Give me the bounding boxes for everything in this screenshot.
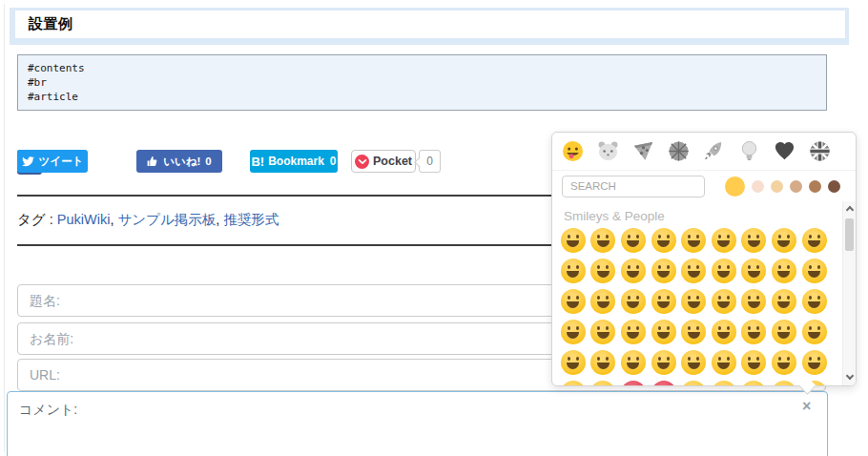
- close-icon[interactable]: ×: [802, 398, 811, 415]
- category-symbols-icon[interactable]: [773, 140, 796, 163]
- emoji-cell[interactable]: [681, 259, 706, 283]
- tweet-label: ツイート: [39, 155, 84, 169]
- hatena-bookmark-button[interactable]: B! Bookmark 0: [250, 150, 338, 173]
- emoji-cell[interactable]: [621, 259, 646, 283]
- emoji-search-row: [552, 171, 856, 201]
- pocket-logo-icon: [355, 155, 369, 169]
- category-activity-icon[interactable]: [667, 140, 690, 163]
- emoji-cell[interactable]: [651, 381, 676, 385]
- emoji-cell[interactable]: [681, 381, 706, 385]
- emoji-cell[interactable]: [651, 259, 676, 283]
- skin-tone-dot[interactable]: [828, 180, 840, 193]
- hatena-count: 0: [330, 155, 337, 168]
- emoji-cell[interactable]: [590, 289, 615, 314]
- emoji-cell[interactable]: [741, 381, 766, 385]
- category-animals-icon[interactable]: [596, 140, 619, 163]
- emoji-cell[interactable]: [802, 289, 827, 314]
- emoji-cell[interactable]: [651, 228, 676, 253]
- emoji-cell[interactable]: [772, 289, 796, 314]
- page-title: 設置例: [15, 10, 845, 38]
- emoji-cell[interactable]: [561, 381, 586, 385]
- pocket-count-bubble: 0: [419, 150, 441, 173]
- scrollbar-thumb[interactable]: [845, 218, 854, 251]
- scroll-up-icon[interactable]: [846, 205, 854, 213]
- category-food-icon[interactable]: [631, 140, 654, 163]
- emoji-cell[interactable]: [772, 381, 796, 385]
- code-line: #contents: [28, 61, 816, 75]
- scrollbar[interactable]: [842, 201, 856, 385]
- emoji-cell[interactable]: [621, 320, 646, 344]
- emoji-cell[interactable]: [772, 350, 796, 375]
- emoji-cell[interactable]: [741, 228, 766, 253]
- emoji-cell[interactable]: [621, 289, 646, 314]
- emoji-cell[interactable]: [561, 259, 586, 283]
- emoji-cell[interactable]: [712, 289, 736, 314]
- scroll-down-icon[interactable]: [846, 374, 854, 382]
- category-objects-icon[interactable]: [737, 140, 760, 163]
- emoji-cell[interactable]: [590, 350, 615, 375]
- emoji-picker-panel: Smileys & People: [551, 132, 857, 386]
- tag-link[interactable]: サンプル掲示板: [117, 212, 216, 227]
- emoji-cell[interactable]: [741, 350, 766, 375]
- emoji-cell[interactable]: [621, 228, 646, 253]
- emoji-cell[interactable]: [651, 350, 676, 375]
- emoji-cell[interactable]: [741, 320, 766, 344]
- category-flags-icon[interactable]: [808, 140, 831, 163]
- emoji-cell[interactable]: [712, 350, 736, 375]
- emoji-cell[interactable]: [681, 320, 706, 344]
- skin-tone-dot[interactable]: [771, 180, 783, 193]
- emoji-cell[interactable]: [651, 289, 676, 314]
- emoji-scroll-area: Smileys & People: [552, 201, 856, 385]
- like-count: 0: [205, 155, 211, 167]
- emoji-cell[interactable]: [681, 228, 706, 253]
- emoji-cell[interactable]: [681, 289, 706, 314]
- skin-tone-picker: [725, 176, 846, 197]
- emoji-cell[interactable]: [590, 381, 615, 385]
- emoji-cell[interactable]: [802, 320, 827, 344]
- category-travel-icon[interactable]: [702, 140, 725, 163]
- emoji-cell[interactable]: [651, 320, 676, 344]
- emoji-cell[interactable]: [802, 350, 827, 375]
- skin-tone-dot[interactable]: [725, 176, 745, 197]
- emoji-cell[interactable]: [741, 289, 766, 314]
- category-smileys-icon[interactable]: [561, 140, 584, 163]
- tags-line: タグ : PukiWiki, サンプル掲示板, 推奨形式: [17, 211, 279, 229]
- facebook-like-button[interactable]: いいね! 0: [136, 150, 222, 173]
- tweet-button[interactable]: ツイート: [17, 150, 88, 173]
- emoji-cell[interactable]: [561, 320, 586, 344]
- page: 設置例 #contents #br #article ツイート f いいね! 0…: [0, 0, 868, 456]
- emoji-cell[interactable]: [681, 350, 706, 375]
- emoji-cell[interactable]: [590, 320, 615, 344]
- emoji-search-input[interactable]: [562, 176, 705, 197]
- emoji-cell[interactable]: [712, 228, 736, 253]
- pocket-button[interactable]: Pocket: [351, 150, 416, 173]
- emoji-cell[interactable]: [741, 259, 766, 283]
- code-line: #br: [28, 75, 816, 90]
- skin-tone-dot[interactable]: [809, 180, 821, 193]
- emoji-cell[interactable]: [772, 228, 796, 253]
- emoji-cell[interactable]: [561, 350, 586, 375]
- emoji-cell[interactable]: [802, 259, 827, 283]
- emoji-cell[interactable]: [590, 228, 615, 253]
- emoji-cell[interactable]: [712, 320, 736, 344]
- emoji-cell[interactable]: [590, 259, 615, 283]
- emoji-cell[interactable]: [712, 381, 736, 385]
- emoji-cell[interactable]: [712, 259, 736, 283]
- emoji-cell[interactable]: [772, 320, 796, 344]
- tag-link[interactable]: PukiWiki: [57, 212, 111, 227]
- comment-textarea[interactable]: [7, 391, 828, 456]
- tags-label: タグ :: [17, 212, 53, 227]
- tag-link[interactable]: 推奨形式: [223, 212, 279, 227]
- twitter-bird-icon: [22, 156, 34, 167]
- emoji-cell[interactable]: [802, 228, 827, 253]
- code-block: #contents #br #article: [17, 54, 827, 111]
- hatena-b-icon: B!: [251, 155, 264, 169]
- emoji-cell[interactable]: [621, 350, 646, 375]
- emoji-cell[interactable]: [561, 289, 586, 314]
- emoji-cell[interactable]: [561, 228, 586, 253]
- emoji-cell[interactable]: [621, 381, 646, 385]
- emoji-cell[interactable]: [772, 259, 796, 283]
- skin-tone-dot[interactable]: [790, 180, 802, 193]
- skin-tone-dot[interactable]: [752, 180, 764, 193]
- code-line: #article: [28, 90, 816, 104]
